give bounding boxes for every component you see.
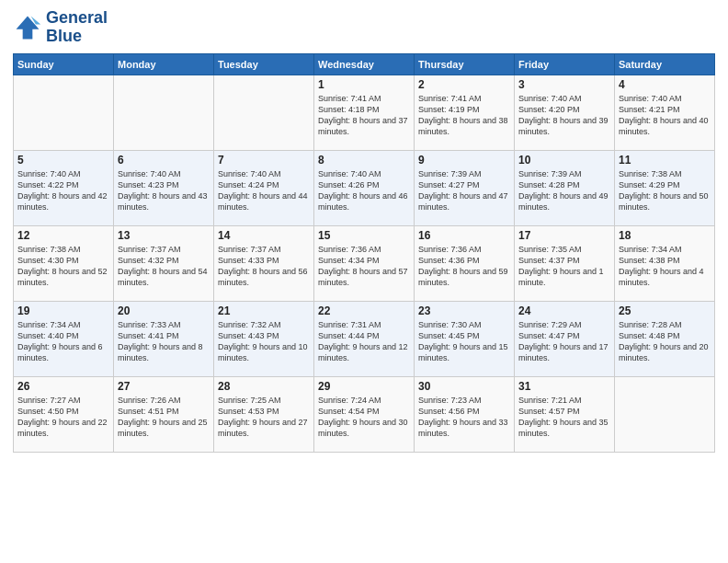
day-number: 28 xyxy=(218,380,310,393)
calendar-cell: 30Sunrise: 7:23 AM Sunset: 4:56 PM Dayli… xyxy=(415,376,515,452)
day-header-thursday: Thursday xyxy=(415,53,515,75)
cell-text: Sunrise: 7:41 AM Sunset: 4:18 PM Dayligh… xyxy=(318,93,410,138)
calendar-cell: 17Sunrise: 7:35 AM Sunset: 4:37 PM Dayli… xyxy=(515,225,615,301)
calendar-cell: 12Sunrise: 7:38 AM Sunset: 4:30 PM Dayli… xyxy=(14,225,114,301)
week-row-3: 12Sunrise: 7:38 AM Sunset: 4:30 PM Dayli… xyxy=(14,225,715,301)
day-number: 27 xyxy=(118,380,210,393)
day-number: 29 xyxy=(318,380,410,393)
day-header-sunday: Sunday xyxy=(14,53,114,75)
calendar-cell: 9Sunrise: 7:39 AM Sunset: 4:27 PM Daylig… xyxy=(415,150,515,225)
day-number: 10 xyxy=(518,154,610,167)
cell-text: Sunrise: 7:38 AM Sunset: 4:29 PM Dayligh… xyxy=(619,168,711,213)
cell-text: Sunrise: 7:26 AM Sunset: 4:51 PM Dayligh… xyxy=(118,395,210,440)
calendar-cell: 31Sunrise: 7:21 AM Sunset: 4:57 PM Dayli… xyxy=(515,376,615,452)
cell-text: Sunrise: 7:40 AM Sunset: 4:21 PM Dayligh… xyxy=(619,93,711,138)
svg-marker-0 xyxy=(17,16,40,39)
calendar-cell: 18Sunrise: 7:34 AM Sunset: 4:38 PM Dayli… xyxy=(615,225,715,301)
calendar-cell: 8Sunrise: 7:40 AM Sunset: 4:26 PM Daylig… xyxy=(314,150,415,225)
calendar-cell xyxy=(214,75,314,150)
day-number: 17 xyxy=(518,229,610,242)
cell-text: Sunrise: 7:31 AM Sunset: 4:44 PM Dayligh… xyxy=(318,319,410,364)
logo-icon xyxy=(13,13,42,42)
cell-text: Sunrise: 7:34 AM Sunset: 4:38 PM Dayligh… xyxy=(619,244,711,289)
day-number: 26 xyxy=(17,380,109,393)
calendar-cell xyxy=(615,376,715,452)
calendar-cell: 1Sunrise: 7:41 AM Sunset: 4:18 PM Daylig… xyxy=(314,75,415,150)
cell-text: Sunrise: 7:40 AM Sunset: 4:22 PM Dayligh… xyxy=(17,168,109,213)
day-number: 5 xyxy=(17,154,109,167)
day-number: 11 xyxy=(619,154,711,167)
calendar-body: 1Sunrise: 7:41 AM Sunset: 4:18 PM Daylig… xyxy=(14,75,715,452)
calendar-cell: 27Sunrise: 7:26 AM Sunset: 4:51 PM Dayli… xyxy=(114,376,214,452)
calendar-cell: 11Sunrise: 7:38 AM Sunset: 4:29 PM Dayli… xyxy=(615,150,715,225)
day-number: 22 xyxy=(318,304,410,317)
calendar-cell: 14Sunrise: 7:37 AM Sunset: 4:33 PM Dayli… xyxy=(214,225,314,301)
cell-text: Sunrise: 7:27 AM Sunset: 4:50 PM Dayligh… xyxy=(17,395,109,440)
day-header-friday: Friday xyxy=(515,53,615,75)
cell-text: Sunrise: 7:21 AM Sunset: 4:57 PM Dayligh… xyxy=(518,395,610,440)
cell-text: Sunrise: 7:29 AM Sunset: 4:47 PM Dayligh… xyxy=(518,319,610,364)
calendar-cell: 22Sunrise: 7:31 AM Sunset: 4:44 PM Dayli… xyxy=(314,301,415,376)
day-number: 20 xyxy=(118,304,210,317)
day-number: 8 xyxy=(318,154,410,167)
day-number: 13 xyxy=(118,229,210,242)
day-number: 7 xyxy=(218,154,310,167)
day-number: 14 xyxy=(218,229,310,242)
day-number: 16 xyxy=(418,229,510,242)
calendar-cell: 19Sunrise: 7:34 AM Sunset: 4:40 PM Dayli… xyxy=(14,301,114,376)
cell-text: Sunrise: 7:36 AM Sunset: 4:36 PM Dayligh… xyxy=(418,244,510,289)
cell-text: Sunrise: 7:33 AM Sunset: 4:41 PM Dayligh… xyxy=(118,319,210,364)
calendar-cell: 2Sunrise: 7:41 AM Sunset: 4:19 PM Daylig… xyxy=(415,75,515,150)
day-number: 12 xyxy=(17,229,109,242)
calendar-cell xyxy=(114,75,214,150)
cell-text: Sunrise: 7:23 AM Sunset: 4:56 PM Dayligh… xyxy=(418,395,510,440)
day-header-tuesday: Tuesday xyxy=(214,53,314,75)
logo: General Blue xyxy=(13,9,108,46)
week-row-5: 26Sunrise: 7:27 AM Sunset: 4:50 PM Dayli… xyxy=(14,376,715,452)
calendar-cell: 10Sunrise: 7:39 AM Sunset: 4:28 PM Dayli… xyxy=(515,150,615,225)
cell-text: Sunrise: 7:40 AM Sunset: 4:26 PM Dayligh… xyxy=(318,168,410,213)
day-number: 23 xyxy=(418,304,510,317)
cell-text: Sunrise: 7:39 AM Sunset: 4:28 PM Dayligh… xyxy=(518,168,610,213)
day-number: 9 xyxy=(418,154,510,167)
calendar-cell: 29Sunrise: 7:24 AM Sunset: 4:54 PM Dayli… xyxy=(314,376,415,452)
cell-text: Sunrise: 7:32 AM Sunset: 4:43 PM Dayligh… xyxy=(218,319,310,364)
calendar-cell: 28Sunrise: 7:25 AM Sunset: 4:53 PM Dayli… xyxy=(214,376,314,452)
calendar-cell: 24Sunrise: 7:29 AM Sunset: 4:47 PM Dayli… xyxy=(515,301,615,376)
cell-text: Sunrise: 7:28 AM Sunset: 4:48 PM Dayligh… xyxy=(619,319,711,364)
day-number: 15 xyxy=(318,229,410,242)
week-row-2: 5Sunrise: 7:40 AM Sunset: 4:22 PM Daylig… xyxy=(14,150,715,225)
cell-text: Sunrise: 7:39 AM Sunset: 4:27 PM Dayligh… xyxy=(418,168,510,213)
cell-text: Sunrise: 7:40 AM Sunset: 4:24 PM Dayligh… xyxy=(218,168,310,213)
week-row-4: 19Sunrise: 7:34 AM Sunset: 4:40 PM Dayli… xyxy=(14,301,715,376)
calendar-table: SundayMondayTuesdayWednesdayThursdayFrid… xyxy=(13,53,715,453)
day-header-wednesday: Wednesday xyxy=(314,53,415,75)
day-header-saturday: Saturday xyxy=(615,53,715,75)
calendar-cell: 26Sunrise: 7:27 AM Sunset: 4:50 PM Dayli… xyxy=(14,376,114,452)
calendar-cell: 3Sunrise: 7:40 AM Sunset: 4:20 PM Daylig… xyxy=(515,75,615,150)
cell-text: Sunrise: 7:40 AM Sunset: 4:23 PM Dayligh… xyxy=(118,168,210,213)
cell-text: Sunrise: 7:36 AM Sunset: 4:34 PM Dayligh… xyxy=(318,244,410,289)
calendar-cell: 4Sunrise: 7:40 AM Sunset: 4:21 PM Daylig… xyxy=(615,75,715,150)
cell-text: Sunrise: 7:35 AM Sunset: 4:37 PM Dayligh… xyxy=(518,244,610,289)
calendar-cell: 15Sunrise: 7:36 AM Sunset: 4:34 PM Dayli… xyxy=(314,225,415,301)
calendar-cell: 23Sunrise: 7:30 AM Sunset: 4:45 PM Dayli… xyxy=(415,301,515,376)
day-number: 6 xyxy=(118,154,210,167)
cell-text: Sunrise: 7:38 AM Sunset: 4:30 PM Dayligh… xyxy=(17,244,109,289)
day-number: 30 xyxy=(418,380,510,393)
day-number: 19 xyxy=(17,304,109,317)
calendar-cell: 7Sunrise: 7:40 AM Sunset: 4:24 PM Daylig… xyxy=(214,150,314,225)
cell-text: Sunrise: 7:40 AM Sunset: 4:20 PM Dayligh… xyxy=(518,93,610,138)
calendar-cell xyxy=(14,75,114,150)
cell-text: Sunrise: 7:34 AM Sunset: 4:40 PM Dayligh… xyxy=(17,319,109,364)
day-number: 25 xyxy=(619,304,711,317)
cell-text: Sunrise: 7:37 AM Sunset: 4:32 PM Dayligh… xyxy=(118,244,210,289)
cell-text: Sunrise: 7:24 AM Sunset: 4:54 PM Dayligh… xyxy=(318,395,410,440)
cell-text: Sunrise: 7:41 AM Sunset: 4:19 PM Dayligh… xyxy=(418,93,510,138)
day-number: 18 xyxy=(619,229,711,242)
calendar-cell: 5Sunrise: 7:40 AM Sunset: 4:22 PM Daylig… xyxy=(14,150,114,225)
calendar-cell: 6Sunrise: 7:40 AM Sunset: 4:23 PM Daylig… xyxy=(114,150,214,225)
day-number: 21 xyxy=(218,304,310,317)
calendar-cell: 25Sunrise: 7:28 AM Sunset: 4:48 PM Dayli… xyxy=(615,301,715,376)
cell-text: Sunrise: 7:30 AM Sunset: 4:45 PM Dayligh… xyxy=(418,319,510,364)
